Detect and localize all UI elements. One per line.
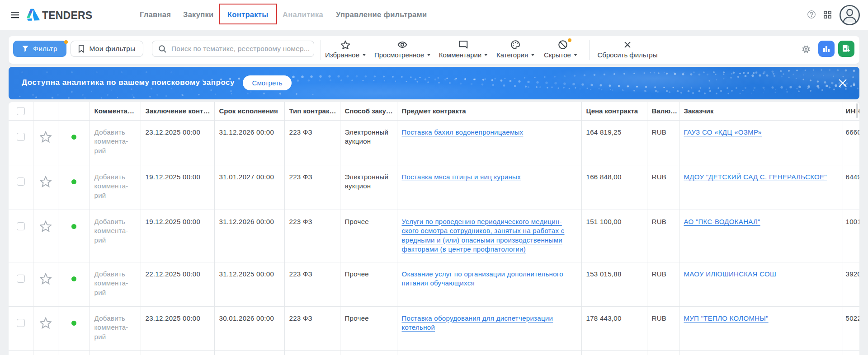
svg-text:x: x [844, 46, 847, 51]
